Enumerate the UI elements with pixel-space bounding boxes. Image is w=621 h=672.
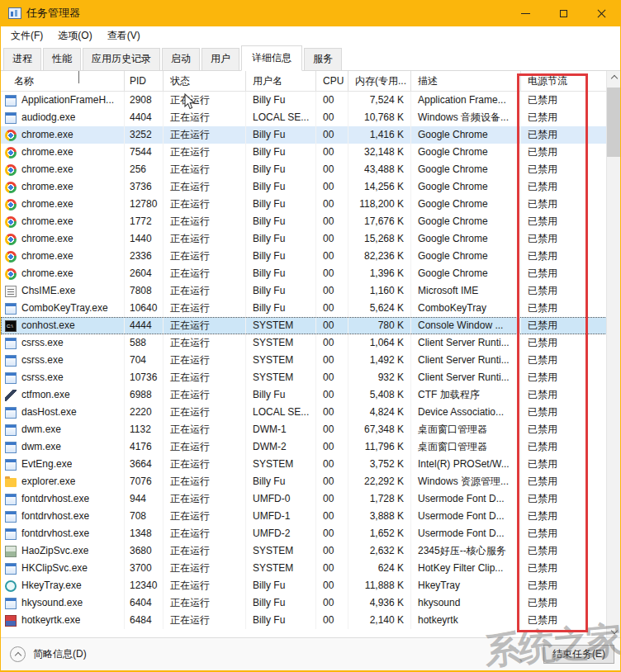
description-cell: Usermode Font D... — [411, 508, 521, 525]
app-window-icon — [5, 338, 17, 349]
tab-users[interactable]: 用户 — [201, 48, 239, 70]
tab-performance[interactable]: 性能 — [43, 48, 81, 70]
table-row[interactable]: dwm.exe1132正在运行DWM-10067,348 K桌面窗口管理器已禁用 — [1, 421, 620, 438]
table-row[interactable]: ChsIME.exe7808正在运行Billy Fu001,160 KMicro… — [1, 282, 620, 300]
tab-services[interactable]: 服务 — [304, 48, 342, 70]
table-row[interactable]: chrome.exe1772正在运行Billy Fu0017,676 KGoog… — [1, 213, 620, 230]
user-name-cell: UMFD-0 — [246, 490, 316, 508]
memory-cell: 1,160 K — [348, 282, 411, 300]
table-row[interactable]: ApplicationFrameH...2908正在运行Billy Fu007,… — [1, 92, 620, 109]
titlebar: 任务管理器 — [1, 0, 620, 26]
table-row[interactable]: chrome.exe3252正在运行Billy Fu001,416 KGoogl… — [1, 126, 620, 144]
user-name-cell: SYSTEM — [246, 560, 316, 577]
menu-view[interactable]: 查看(V) — [100, 27, 148, 45]
process-name: chrome.exe — [21, 248, 73, 265]
maximize-button[interactable] — [544, 0, 582, 26]
table-row[interactable]: EvtEng.exe3664正在运行SYSTEM003,752 KIntel(R… — [1, 456, 620, 473]
table-header: 名称PID状态用户名CPU内存(专用...描述电源节流 — [1, 71, 620, 92]
tab-processes[interactable]: 进程 — [3, 48, 41, 70]
power-throttling-cell: 已禁用 — [521, 317, 606, 334]
table-row[interactable]: csrss.exe588正在运行SYSTEM001,064 KClient Se… — [1, 334, 620, 352]
column-header-mem[interactable]: 内存(专用... — [348, 71, 411, 91]
column-header-pid[interactable]: PID — [125, 71, 164, 91]
table-row[interactable]: hotkeyrtk.exe6484正在运行Billy Fu002,140 Kho… — [1, 612, 620, 629]
table-row[interactable]: chrome.exe1440正在运行Billy Fu0015,268 KGoog… — [1, 230, 620, 248]
minimize-button[interactable] — [506, 0, 544, 26]
description-cell: Google Chrome — [411, 248, 521, 265]
column-header-user[interactable]: 用户名 — [246, 71, 316, 91]
table-row[interactable]: fontdrvhost.exe944正在运行UMFD-0001,728 KUse… — [1, 490, 620, 508]
table-row[interactable]: audiodg.exe4404正在运行LOCAL SE...0010,768 K… — [1, 109, 620, 126]
process-name: ChsIME.exe — [21, 282, 75, 300]
description-cell: hotkeyrtk — [411, 612, 521, 629]
status-cell: 正在运行 — [164, 577, 246, 594]
table-row[interactable]: ctfmon.exe6988正在运行Billy Fu005,408 KCTF 加… — [1, 386, 620, 404]
table-row[interactable]: HKClipSvc.exe3700正在运行SYSTEM00624 KHotKey… — [1, 560, 620, 577]
user-name-cell: Billy Fu — [246, 230, 316, 248]
table-row[interactable]: chrome.exe12780正在运行Billy Fu00118,200 KGo… — [1, 196, 620, 213]
cpu-cell: 00 — [316, 438, 348, 456]
close-button[interactable] — [582, 0, 620, 26]
power-throttling-cell: 已禁用 — [521, 542, 606, 560]
fewer-details-toggle[interactable]: 简略信息(D) — [10, 646, 87, 662]
table-row[interactable]: chrome.exe256正在运行Billy Fu0043,488 KGoogl… — [1, 161, 620, 178]
status-cell: 正在运行 — [164, 473, 246, 490]
description-cell: Intel(R) PROSet/W... — [411, 456, 521, 473]
vertical-scrollbar[interactable] — [606, 71, 620, 637]
user-name-cell: Billy Fu — [246, 473, 316, 490]
power-throttling-cell: 已禁用 — [521, 560, 606, 577]
process-name-cell: chrome.exe — [1, 161, 125, 178]
menu-options[interactable]: 选项(O) — [50, 27, 99, 45]
table-row[interactable]: chrome.exe2336正在运行Billy Fu0082,236 KGoog… — [1, 248, 620, 265]
table-row[interactable]: chrome.exe3736正在运行Billy Fu0014,256 KGoog… — [1, 178, 620, 196]
table-row[interactable]: chrome.exe7544正在运行Billy Fu0032,148 KGoog… — [1, 144, 620, 161]
memory-cell: 11,796 K — [348, 438, 411, 456]
process-name-cell: HkeyTray.exe — [1, 577, 125, 594]
table-row[interactable]: csrss.exe10736正在运行SYSTEM00932 KClient Se… — [1, 369, 620, 386]
memory-cell: 1,728 K — [348, 490, 411, 508]
column-header-power[interactable]: 电源节流 — [521, 71, 606, 91]
table-row[interactable]: HaoZipSvc.exe3680正在运行SYSTEM002,632 K2345… — [1, 542, 620, 560]
scroll-down-button[interactable] — [607, 623, 621, 637]
table-row[interactable]: fontdrvhost.exe708正在运行UMFD-1003,888 KUse… — [1, 508, 620, 525]
process-name-cell: csrss.exe — [1, 334, 125, 352]
table-row[interactable]: dwm.exe4176正在运行DWM-20011,796 K桌面窗口管理器已禁用 — [1, 438, 620, 456]
column-header-status[interactable]: 状态 — [164, 71, 246, 91]
column-header-cpu[interactable]: CPU — [316, 71, 348, 91]
process-name-cell: csrss.exe — [1, 352, 125, 369]
table-row[interactable]: conhost.exe4444正在运行SYSTEM00780 KConsole … — [1, 317, 620, 334]
power-throttling-cell: 已禁用 — [521, 421, 606, 438]
scroll-up-button[interactable] — [607, 71, 621, 85]
table-row[interactable]: explorer.exe7076正在运行Billy Fu0022,292 KWi… — [1, 473, 620, 490]
tab-details[interactable]: 详细信息 — [241, 45, 302, 71]
user-name-cell: Billy Fu — [246, 213, 316, 230]
sort-ascending-icon — [78, 72, 84, 78]
table-row[interactable]: csrss.exe704正在运行SYSTEM001,492 KClient Se… — [1, 352, 620, 369]
status-cell: 正在运行 — [164, 386, 246, 404]
user-name-cell: Billy Fu — [246, 265, 316, 282]
cpu-cell: 00 — [316, 421, 348, 438]
table-row[interactable]: dasHost.exe2220正在运行LOCAL SE...004,824 KD… — [1, 404, 620, 421]
cpu-cell: 00 — [316, 282, 348, 300]
pid-cell: 6404 — [125, 594, 164, 612]
memory-cell: 2,632 K — [348, 542, 411, 560]
scrollbar-thumb[interactable] — [607, 88, 621, 157]
chevron-up-icon — [14, 651, 21, 658]
user-name-cell: UMFD-2 — [246, 525, 316, 542]
tab-app-history[interactable]: 应用历史记录 — [83, 48, 160, 70]
end-task-button[interactable]: 结束任务(E) — [543, 645, 614, 664]
status-cell: 正在运行 — [164, 352, 246, 369]
column-header-name[interactable]: 名称 — [1, 71, 125, 91]
table-row[interactable]: fontdrvhost.exe1348正在运行UMFD-2001,652 KUs… — [1, 525, 620, 542]
table-row[interactable]: ComboKeyTray.exe10640正在运行Billy Fu005,624… — [1, 300, 620, 317]
column-header-desc[interactable]: 描述 — [411, 71, 521, 91]
table-row[interactable]: chrome.exe2604正在运行Billy Fu001,396 KGoogl… — [1, 265, 620, 282]
pid-cell: 7808 — [125, 282, 164, 300]
menu-file[interactable]: 文件(F) — [3, 27, 50, 45]
process-name: chrome.exe — [21, 265, 73, 282]
fewer-details-label: 简略信息(D) — [33, 647, 87, 661]
tab-startup[interactable]: 启动 — [162, 48, 200, 70]
table-row[interactable]: hkysound.exe6404正在运行Billy Fu004,936 Khky… — [1, 594, 620, 612]
table-row[interactable]: HkeyTray.exe12340正在运行Billy Fu0011,888 KH… — [1, 577, 620, 594]
user-name-cell: Billy Fu — [246, 196, 316, 213]
